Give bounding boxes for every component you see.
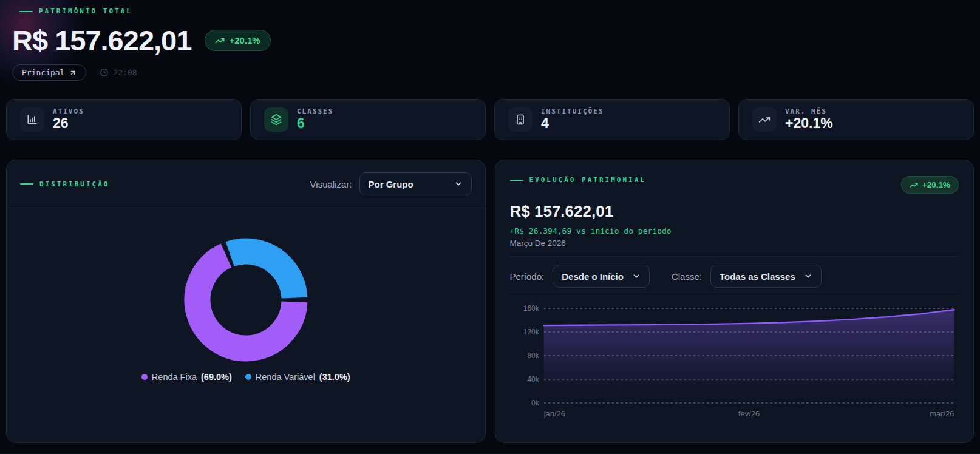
patrimony-header: PATRIMÔNIO TOTAL R$ 157.622,01 +20.1% Pr… — [6, 7, 974, 81]
chart-series — [543, 310, 954, 403]
legend-label: Renda Variável — [256, 372, 315, 382]
distribution-donut — [183, 237, 308, 362]
bar-chart-icon — [20, 107, 44, 132]
page-title: PATRIMÔNIO TOTAL — [39, 7, 132, 15]
svg-text:0k: 0k — [531, 399, 539, 407]
portfolio-chip-label: Principal — [22, 68, 64, 77]
chevron-down-icon — [804, 272, 812, 280]
chevron-down-icon — [454, 180, 463, 188]
trending-up-icon — [910, 181, 918, 189]
distribution-panel: DISTRIBUIÇÃO Visualizar: Por Grupo — [6, 160, 486, 443]
evolution-variation-badge: +20.1% — [901, 176, 959, 194]
period-label: Período: — [510, 271, 545, 282]
accent-dash — [20, 183, 33, 185]
evolution-current-value: R$ 157.622,01 — [510, 202, 959, 221]
legend-dot — [245, 374, 251, 380]
stat-label: CLASSES — [297, 107, 333, 115]
evolution-title: EVOLUÇÃO PATRIMONIAL — [529, 176, 646, 184]
stat-value: 4 — [541, 116, 604, 131]
stat-label: ATIVOS — [53, 107, 84, 115]
stat-card-instituicoes: INSTITUIÇÕES 4 — [494, 99, 730, 140]
svg-text:mar/26: mar/26 — [930, 409, 954, 418]
evolution-area-chart: 0k40k80k120k160kjan/26fev/26mar/26 — [510, 299, 959, 427]
evolution-controls: Período: Desde o Início Classe: Todas as… — [510, 257, 959, 296]
legend-label: Renda Fixa — [152, 372, 197, 382]
svg-text:80k: 80k — [527, 351, 539, 360]
period-select-value: Desde o Início — [562, 271, 624, 282]
svg-text:120k: 120k — [523, 328, 539, 336]
building-icon — [508, 107, 533, 132]
svg-text:fev/26: fev/26 — [738, 409, 760, 418]
chevron-down-icon — [632, 272, 641, 280]
class-select-value: Todas as Classes — [720, 271, 795, 282]
class-label: Classe: — [672, 271, 702, 282]
stat-value: 26 — [53, 116, 84, 131]
distribution-title: DISTRIBUIÇÃO — [39, 180, 109, 188]
trending-up-icon — [752, 107, 777, 132]
legend-item-renda-variavel: Renda Variável (31.0%) — [245, 372, 350, 382]
accent-dash — [510, 180, 523, 181]
stat-value: 6 — [297, 116, 333, 131]
svg-text:jan/26: jan/26 — [543, 409, 565, 418]
legend-pct: (69.0%) — [201, 372, 232, 382]
arrow-up-right-icon — [69, 69, 77, 76]
stats-row: ATIVOS 26 CLASSES 6 INSTITUIÇÕES 4 — [6, 99, 974, 140]
evolution-date: Março De 2026 — [510, 239, 959, 248]
legend-dot — [141, 374, 148, 380]
stat-card-var-mes: VAR. MÊS +20.1% — [738, 99, 974, 140]
time-label: 22:08 — [113, 68, 137, 77]
view-mode-label: Visualizar: — [310, 179, 352, 189]
last-update-time: 22:08 — [100, 68, 137, 77]
view-mode-select-value: Por Grupo — [369, 179, 413, 189]
clock-icon — [100, 68, 109, 77]
class-select[interactable]: Todas as Classes — [710, 265, 822, 288]
variation-badge-label: +20.1% — [229, 35, 260, 46]
portfolio-chip[interactable]: Principal — [12, 64, 86, 81]
divider — [510, 296, 959, 296]
evolution-panel: EVOLUÇÃO PATRIMONIAL +20.1% R$ 157.622,0… — [495, 160, 975, 443]
variation-badge: +20.1% — [205, 30, 270, 51]
stat-label: VAR. MÊS — [785, 107, 833, 115]
donut-legend: Renda Fixa (69.0%) Renda Variável (31.0%… — [141, 372, 350, 382]
dashboard-page: PATRIMÔNIO TOTAL R$ 157.622,01 +20.1% Pr… — [0, 0, 980, 454]
stat-card-ativos: ATIVOS 26 — [6, 99, 242, 140]
legend-item-renda-fixa: Renda Fixa (69.0%) — [141, 372, 232, 382]
stat-value: +20.1% — [785, 116, 833, 131]
layers-icon — [264, 107, 288, 132]
evolution-delta: +R$ 26.394,69 vs início do período — [510, 226, 959, 235]
evolution-badge-label: +20.1% — [922, 180, 950, 189]
view-mode-select[interactable]: Por Grupo — [359, 172, 472, 195]
accent-dash — [19, 11, 33, 12]
svg-text:40k: 40k — [527, 375, 539, 384]
legend-pct: (31.0%) — [319, 372, 350, 382]
trending-up-icon — [215, 36, 225, 46]
svg-text:160k: 160k — [523, 304, 539, 313]
stat-card-classes: CLASSES 6 — [250, 99, 486, 140]
period-select[interactable]: Desde o Início — [553, 265, 650, 288]
total-patrimony-value: R$ 157.622,01 — [12, 24, 191, 57]
stat-label: INSTITUIÇÕES — [541, 107, 604, 115]
